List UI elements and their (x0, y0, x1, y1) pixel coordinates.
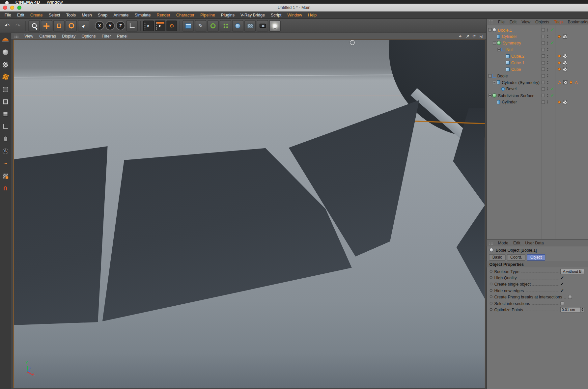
selection-tag-icon[interactable] (558, 68, 561, 70)
floor-button[interactable] (244, 20, 256, 31)
drag-grip-icon[interactable] (489, 20, 493, 23)
visibility-dots-icon[interactable] (546, 80, 549, 84)
selection-tag-icon[interactable] (558, 101, 561, 103)
checkbox-checked[interactable]: ✓ (560, 275, 564, 280)
spline-pen-button[interactable]: ✎ (195, 20, 206, 31)
dolly-view-icon[interactable]: ↗ (466, 34, 469, 39)
enabled-check-icon[interactable]: ✓ (550, 93, 554, 98)
pan-view-icon[interactable]: ↔↕ (458, 34, 462, 38)
anim-dot-icon[interactable] (490, 295, 492, 298)
y-axis-lock-button[interactable]: Y (105, 21, 115, 30)
object-row-cube1[interactable]: Cube.1 (487, 59, 588, 66)
enabled-check-icon[interactable]: ✓ (550, 41, 554, 45)
viewport-solo-button[interactable] (1, 134, 10, 143)
texture-tag-icon[interactable] (563, 54, 567, 58)
menu-render[interactable]: Render (154, 13, 173, 17)
make-editable-button[interactable] (1, 35, 10, 44)
live-selection-tool[interactable]: ► (29, 20, 40, 31)
camera-button[interactable] (257, 20, 268, 31)
checkbox-checked[interactable]: ✓ (560, 288, 564, 293)
simulation-mode-button[interactable]: S (1, 147, 10, 155)
viewport-menu-filter[interactable]: Filter (102, 34, 111, 38)
tab-basic[interactable]: Basic (489, 254, 505, 260)
menu-edit[interactable]: Edit (14, 13, 27, 17)
undo-button[interactable]: ↶ (2, 20, 12, 31)
om-menu-file[interactable]: File (498, 19, 505, 24)
boolean-type-dropdown[interactable]: A without B (560, 269, 584, 274)
enabled-check-icon[interactable]: ✓ (550, 27, 554, 32)
rotate-view-icon[interactable]: ⟳ (473, 34, 476, 39)
visibility-dots-icon[interactable] (546, 35, 549, 38)
points-mode-button[interactable] (1, 85, 10, 94)
viewport-menu-options[interactable]: Options (81, 34, 96, 38)
maximize-view-icon[interactable]: ◱ (480, 34, 484, 39)
menu-pipeline[interactable]: Pipeline (197, 13, 218, 17)
texture-tag-icon[interactable] (563, 67, 567, 71)
subdivision-button[interactable] (208, 20, 219, 31)
stepper-arrows[interactable] (581, 307, 584, 312)
menu-mesh[interactable]: Mesh (79, 13, 95, 17)
menu-character[interactable]: Character (173, 13, 197, 17)
optimize-points-input[interactable]: 0.01 cm (560, 307, 581, 312)
texture-tag-icon[interactable] (563, 61, 567, 65)
render-view-button[interactable]: ► (143, 20, 154, 31)
visibility-dots-icon[interactable] (546, 61, 549, 65)
anim-dot-icon[interactable] (490, 289, 492, 292)
layer-box-icon[interactable] (541, 100, 546, 104)
macos-menu-window[interactable]: Window (47, 0, 63, 4)
menu-window[interactable]: Window (284, 13, 305, 17)
x-axis-lock-button[interactable]: X (95, 21, 104, 30)
viewport-menu-display[interactable]: Display (62, 34, 75, 38)
object-row-boole1[interactable]: Boole.1 ✓ (487, 27, 588, 33)
om-menu-bookmarks[interactable]: Bookmarks (568, 19, 588, 24)
redo-button[interactable]: ↷ (13, 20, 23, 31)
layer-box-icon[interactable] (541, 94, 546, 97)
layer-box-icon[interactable] (541, 87, 546, 91)
om-menu-view[interactable]: View (521, 19, 530, 24)
object-row-boole[interactable]: Boole (487, 72, 588, 79)
object-row-null[interactable]: Null (487, 46, 588, 53)
visibility-dots-icon[interactable] (546, 74, 549, 78)
am-menu-edit[interactable]: Edit (513, 241, 520, 245)
coordinate-system-button[interactable] (126, 20, 138, 31)
anim-dot-icon[interactable] (490, 302, 492, 304)
menu-script[interactable]: Script (268, 13, 284, 17)
layer-box-icon[interactable] (541, 28, 546, 32)
selection-tag-icon[interactable] (570, 81, 573, 84)
drag-grip-icon[interactable] (489, 241, 493, 245)
collapse-toggle[interactable] (488, 28, 491, 32)
object-row-cylinder-symmetry[interactable]: Cylinder-(Symmetry) △△ (487, 79, 588, 86)
menu-tools[interactable]: Tools (63, 13, 79, 17)
render-settings-button[interactable]: ► (155, 20, 165, 31)
texture-mode-button[interactable] (1, 60, 10, 69)
object-row-cylinder[interactable]: Cylinder (487, 33, 588, 40)
deformer-button[interactable] (232, 20, 243, 31)
om-menu-objects[interactable]: Objects (535, 19, 549, 24)
warning-tag-icon[interactable]: △ (558, 80, 561, 85)
menu-vray-bridge[interactable]: V-Ray Bridge (238, 13, 268, 17)
collapse-toggle[interactable] (488, 94, 491, 97)
selection-tag-icon[interactable] (558, 61, 561, 64)
viewport-menu-cameras[interactable]: Cameras (39, 34, 56, 38)
warning-tag-icon[interactable]: △ (575, 80, 578, 85)
apple-menu-icon[interactable] (5, 1, 9, 4)
menu-animate[interactable]: Animate (110, 13, 131, 17)
zoom-button[interactable] (17, 6, 21, 10)
collapse-toggle[interactable] (497, 48, 501, 51)
visibility-dots-icon[interactable] (546, 54, 549, 58)
anim-dot-icon[interactable] (490, 270, 492, 273)
layer-box-icon[interactable] (541, 74, 546, 77)
texture-axis-button[interactable] (1, 72, 10, 81)
texture-tag-icon[interactable] (563, 34, 567, 39)
am-menu-user-data[interactable]: User Data (525, 241, 544, 245)
viewport-menu-panel[interactable]: Panel (117, 34, 127, 38)
array-button[interactable] (220, 20, 231, 31)
tab-coord[interactable]: Coord. (507, 254, 525, 260)
macos-app-name[interactable]: CINEMA 4D (15, 0, 40, 4)
layer-box-icon[interactable] (541, 61, 546, 64)
object-row-cylinder2[interactable]: Cylinder (487, 99, 588, 105)
layer-box-icon[interactable] (541, 35, 546, 38)
light-button[interactable] (269, 20, 280, 31)
layer-box-icon[interactable] (541, 54, 546, 58)
object-row-bevel[interactable]: Bevel ✓ (487, 86, 588, 92)
